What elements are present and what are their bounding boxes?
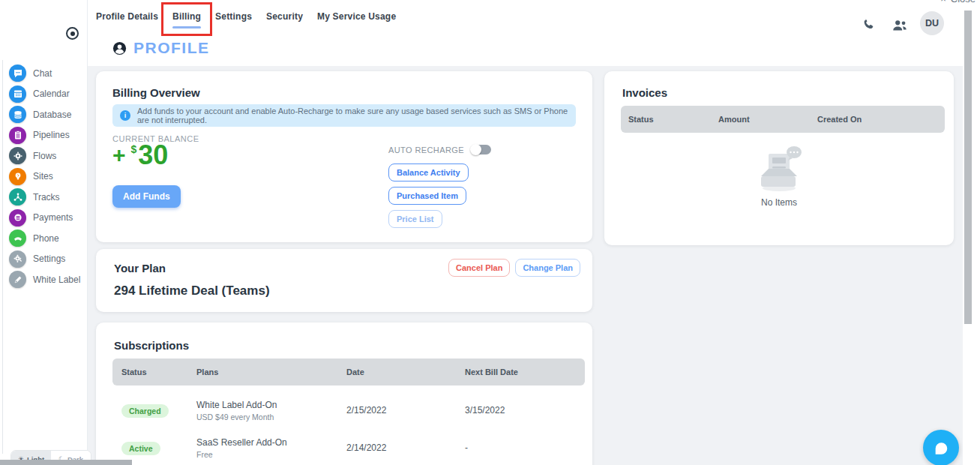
flows-icon [9,147,26,164]
sub-col-plans: Plans [196,368,346,376]
status-badge: Active [121,442,160,455]
sidebar-item-chat[interactable]: Chat [0,63,87,84]
current-balance-value: + $ 30 [112,142,168,169]
sidebar-item-sites[interactable]: Sites [0,166,87,188]
plan-actions: Cancel Plan Change Plan [448,259,580,277]
next-bill-cell: 3/15/2022 [465,405,585,416]
tab-my-service-usage[interactable]: My Service Usage [317,11,396,28]
phone-handset-icon [862,18,877,32]
table-row: Charged White Label Add-OnUSD $49 every … [112,392,585,429]
sidebar-item-settings[interactable]: Settings [0,249,87,270]
plan-sub-cell: Free [196,450,346,459]
balance-activity-button[interactable]: Balance Activity [388,164,469,182]
horizontal-scrollbar-thumb[interactable] [0,460,132,465]
status-badge: Charged [121,404,169,418]
sidebar-item-database[interactable]: Database [0,104,87,125]
tracks-icon [9,188,26,206]
header-users-button[interactable] [892,19,908,35]
sidebar-item-label: Payments [33,212,73,223]
price-list-button[interactable]: Price List [388,210,442,228]
pipelines-icon [9,127,26,144]
sidebar-item-label: Settings [33,254,65,264]
plan-cell: White Label Add-On [196,400,346,410]
app-window: × Close Chat Calendar Database [0,0,980,465]
plan-sub-cell: USD $49 every Month [196,412,346,422]
sites-icon [9,168,26,185]
no-items-text: No Items [761,197,797,208]
invoices-table-header: Status Amount Created On [621,106,945,133]
record-icon [70,32,75,36]
sidebar-item-phone[interactable]: Phone [0,228,87,249]
sidebar-item-flows[interactable]: Flows [0,146,87,166]
sidebar-pin-toggle[interactable] [66,27,79,40]
no-items-illustration [748,143,811,193]
date-cell: 2/15/2022 [346,405,465,416]
invoices-empty-state: No Items [604,143,954,208]
payments-icon [9,209,26,226]
invoices-col-amount: Amount [718,115,817,124]
sidebar-item-calendar[interactable]: Calendar [0,84,87,105]
tab-settings[interactable]: Settings [215,11,252,28]
sidebar-item-tracks[interactable]: Tracks [0,187,87,208]
billing-overview-title: Billing Overview [112,86,200,99]
sidebar-item-label: Calendar [33,88,70,99]
balance-currency: $ [131,143,137,155]
sidebar-item-label: Sites [33,171,53,182]
profile-tab-bar: Profile Details Billing Settings Securit… [96,11,396,28]
tab-profile-details[interactable]: Profile Details [96,11,158,28]
table-row: Active SaaS Reseller Add-OnFree 2/14/202… [112,429,585,465]
auto-recharge-row: AUTO RECHARGE [388,145,491,154]
sidebar-item-pipelines[interactable]: Pipelines [0,125,87,146]
sidebar-item-payments[interactable]: Payments [0,208,87,229]
your-plan-card: Your Plan 294 Lifetime Deal (Teams) Canc… [96,249,592,312]
toggle-knob [470,144,481,155]
close-label: Close [951,0,976,4]
info-icon: i [120,110,130,121]
vertical-scrollbar-thumb[interactable] [964,10,972,324]
sub-col-status: Status [121,368,196,376]
sidebar-item-label: White Label [33,274,80,285]
phone-icon [9,230,26,247]
change-plan-button[interactable]: Change Plan [515,259,580,277]
invoices-title: Invoices [622,86,667,99]
tab-security[interactable]: Security [266,11,303,28]
database-icon [9,106,26,123]
header-phone-button[interactable] [862,18,877,35]
balance-sign: + [112,142,126,169]
users-icon [892,19,908,32]
close-icon: × [940,0,946,4]
invoices-col-status: Status [628,115,718,124]
settings-icon [9,250,26,268]
sidebar-nav: Chat Calendar Database Pipelines [0,63,87,290]
auto-recharge-toggle[interactable] [472,145,491,154]
auto-recharge-label: AUTO RECHARGE [388,146,464,154]
close-button[interactable]: × Close [940,0,976,4]
purchased-item-button[interactable]: Purchased Item [388,187,466,205]
sidebar-item-label: Flows [33,151,56,161]
chat-bubble-icon [933,440,949,456]
billing-overview-actions: AUTO RECHARGE Balance Activity Purchased… [388,145,491,233]
sidebar-item-label: Database [33,110,71,120]
sidebar-item-label: Chat [33,68,52,79]
info-banner-text: Add funds to your account and enable Aut… [137,106,568,124]
plan-cell: SaaS Reseller Add-On [196,437,346,448]
tab-billing[interactable]: Billing [172,11,201,28]
sidebar-item-label: Tracks [33,192,60,202]
sidebar-item-white-label[interactable]: White Label [0,269,87,290]
calendar-icon [9,86,26,103]
add-funds-button[interactable]: Add Funds [112,185,181,208]
subscriptions-table-header: Status Plans Date Next Bill Date [112,358,585,386]
date-cell: 2/14/2022 [346,442,465,453]
info-banner: i Add funds to your account and enable A… [112,104,576,127]
your-plan-title: Your Plan [114,262,166,274]
cancel-plan-button[interactable]: Cancel Plan [448,259,510,277]
invoices-col-created-on: Created On [817,115,945,124]
invoices-card: Invoices Status Amount Created On No Ite… [604,71,954,245]
subscriptions-title: Subscriptions [114,339,189,352]
user-avatar[interactable]: DU [920,11,944,35]
billing-overview-card: Billing Overview i Add funds to your acc… [96,71,592,242]
chat-widget-button[interactable] [923,430,959,465]
plan-name: 294 Lifetime Deal (Teams) [114,284,270,298]
profile-icon [112,41,127,56]
subscriptions-card: Subscriptions Status Plans Date Next Bil… [96,322,592,465]
